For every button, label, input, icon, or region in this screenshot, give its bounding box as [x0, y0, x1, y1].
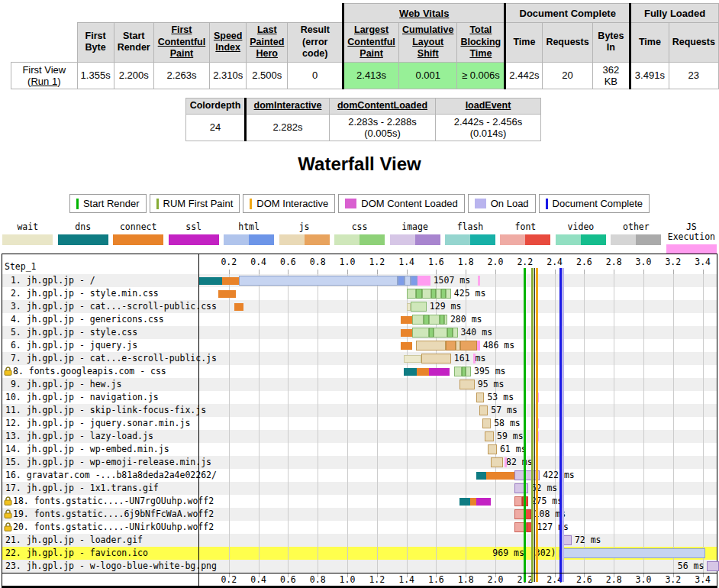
request-bar-cssd[interactable]: [447, 328, 453, 338]
request-label[interactable]: 17. jh.gpl.jp - 1x1.trans.gif: [5, 482, 159, 495]
request-bar-jsd[interactable]: [460, 341, 476, 351]
request-label[interactable]: 23. jh.gpl.jp - w-logo-blue-white-bg.png: [5, 560, 217, 573]
request-label[interactable]: 20. fonts.gstatic....-UNirkOUuhp.woff2: [13, 521, 214, 534]
timing-column-header[interactable]: loadEvent: [436, 99, 541, 115]
request-label[interactable]: 14. jh.gpl.jp - wp-embed.min.js: [5, 443, 169, 456]
request-bar-font[interactable]: [514, 496, 522, 506]
request-label[interactable]: 1. jh.gpl.jp - /: [5, 274, 95, 287]
request-bar-js[interactable]: [479, 405, 488, 415]
timing-header-label[interactable]: loadEvent: [466, 100, 511, 111]
request-bar-connect[interactable]: [234, 303, 244, 311]
request-bar-css[interactable]: [444, 315, 447, 325]
request-bar-cssd[interactable]: [429, 328, 434, 338]
request-label[interactable]: 11. jh.gpl.jp - skip-link-focus-fix.js: [5, 404, 206, 417]
request-bar-connect[interactable]: [401, 342, 413, 350]
request-label[interactable]: 12. jh.gpl.jp - jquery.sonar.min.js: [5, 417, 190, 430]
request-bar-connect[interactable]: [222, 277, 239, 285]
request-bar-css[interactable]: [434, 328, 447, 338]
request-bar-cssd[interactable]: [424, 315, 429, 325]
request-bar-js[interactable]: [491, 457, 503, 467]
request-label[interactable]: 19. fonts.gstatic....6j9bNfFcWaA.woff2: [13, 508, 214, 521]
column-header[interactable]: Total Blocking Time: [457, 23, 505, 63]
group-header-label[interactable]: Web Vitals: [399, 8, 449, 19]
column-header[interactable]: Cumulative Layout Shift: [399, 23, 457, 63]
request-bar-css[interactable]: [422, 289, 431, 299]
request-bar-dns[interactable]: [459, 498, 470, 506]
column-header-label[interactable]: First Contentful Paint: [158, 24, 205, 59]
request-bar-css[interactable]: [429, 315, 440, 325]
group-header[interactable]: Web Vitals: [343, 4, 505, 23]
request-bar-dns[interactable]: [199, 277, 222, 285]
request-bar-exec[interactable]: [477, 341, 480, 351]
request-bar-html[interactable]: [405, 276, 411, 286]
request-bar-js[interactable]: [485, 431, 494, 441]
request-bar-js[interactable]: [421, 354, 451, 363]
request-bar-ssl[interactable]: [476, 498, 491, 506]
request-label[interactable]: 15. jh.gpl.jp - wp-emoji-release.min.js: [5, 456, 211, 469]
request-label[interactable]: 7. jh.gpl.jp - cat...e-scroll-public.js: [5, 352, 217, 365]
column-header[interactable]: Largest Contentful Paint: [343, 23, 399, 63]
request-bar-html[interactable]: [239, 276, 398, 286]
request-bar-css[interactable]: [412, 315, 424, 325]
request-bar-js[interactable]: [488, 444, 497, 454]
request-bar-css[interactable]: [454, 367, 463, 376]
request-bar-ssl[interactable]: [429, 368, 450, 376]
request-label[interactable]: 3. jh.gpl.jp - cat...-scroll-public.css: [5, 300, 217, 313]
request-bar-css[interactable]: [446, 289, 451, 299]
request-bar-dns[interactable]: [476, 472, 487, 480]
request-bar-dns[interactable]: [404, 368, 417, 376]
request-bar-connect[interactable]: [218, 290, 236, 298]
timing-column-header[interactable]: domContentLoaded: [330, 99, 436, 115]
column-header-label[interactable]: Cumulative Layout Shift: [402, 24, 453, 59]
request-bar-css[interactable]: [436, 289, 441, 299]
request-bar-css[interactable]: [453, 328, 458, 338]
request-label[interactable]: 2. jh.gpl.jp - style.min.css: [5, 287, 159, 300]
request-bar-connect[interactable]: [470, 498, 476, 506]
request-bar-htmld[interactable]: [411, 276, 418, 286]
request-bar-img[interactable]: [707, 561, 719, 571]
request-bar-jsd[interactable]: [446, 341, 456, 351]
request-bar-css[interactable]: [407, 289, 417, 299]
resource-legend-swatch: [169, 234, 219, 245]
request-label[interactable]: 21. jh.gpl.jp - loader.gif: [5, 534, 143, 547]
timing-header-label[interactable]: domInteractive: [254, 100, 322, 111]
timing-header-label[interactable]: domContentLoaded: [337, 100, 427, 111]
request-label[interactable]: 18. fonts.gstatic....-UN7rgOUuhp.woff2: [13, 495, 214, 508]
request-label[interactable]: 13. jh.gpl.jp - lazy-load.js: [5, 430, 153, 443]
request-label[interactable]: 9. jh.gpl.jp - hew.js: [5, 378, 121, 391]
request-bar-js[interactable]: [476, 393, 485, 402]
column-header-label[interactable]: Last Painted Hero: [250, 24, 284, 59]
request-bar-connect[interactable]: [401, 329, 413, 337]
column-header-label[interactable]: Total Blocking Time: [460, 24, 501, 59]
request-bar-css[interactable]: [466, 367, 471, 376]
request-bar-connect[interactable]: [417, 368, 429, 376]
request-bar-js[interactable]: [459, 380, 474, 389]
request-label[interactable]: 5. jh.gpl.jp - style.css: [5, 326, 137, 339]
run-link[interactable]: Run 1: [31, 76, 57, 87]
request-bar-htmld[interactable]: [398, 276, 405, 286]
request-bar-css[interactable]: [411, 302, 426, 312]
timing-column-header[interactable]: domInteractive: [246, 99, 330, 115]
request-bar-js[interactable]: [482, 418, 492, 428]
column-header[interactable]: First Contentful Paint: [153, 23, 209, 63]
request-bar-connect[interactable]: [486, 472, 514, 480]
request-bar-html[interactable]: [563, 548, 705, 558]
request-bar-cssd[interactable]: [416, 289, 422, 299]
request-label[interactable]: 4. jh.gpl.jp - genericons.css: [5, 313, 164, 326]
request-bar-css[interactable]: [412, 328, 428, 338]
request-bar-exec[interactable]: [418, 276, 430, 286]
column-header[interactable]: Last Painted Hero: [247, 23, 288, 63]
request-label[interactable]: 6. jh.gpl.jp - jquery.js: [5, 339, 137, 352]
request-bar-js[interactable]: [416, 341, 446, 351]
column-header[interactable]: Speed Index: [210, 23, 247, 63]
column-header-label[interactable]: Largest Contentful Paint: [347, 24, 395, 59]
request-label[interactable]: 16. gravatar.com -...b81a8deda2a4e02262/: [5, 469, 217, 482]
request-bar-js[interactable]: [456, 341, 461, 351]
request-bar-cssd[interactable]: [431, 289, 437, 299]
request-label[interactable]: 22. jh.gpl.jp - favicon.ico: [5, 547, 148, 560]
column-header-label[interactable]: Speed Index: [214, 31, 243, 53]
request-bar-wait[interactable]: [404, 355, 421, 363]
request-label[interactable]: 8. fonts.googleapis.com - css: [13, 365, 166, 378]
request-bar-connect[interactable]: [401, 316, 413, 324]
request-label[interactable]: 10. jh.gpl.jp - navigation.js: [5, 391, 159, 404]
